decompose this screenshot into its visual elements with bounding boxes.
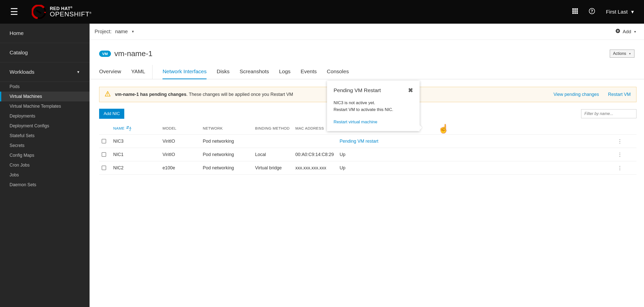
svg-rect-15 bbox=[107, 95, 108, 96]
user-menu[interactable]: First Last ▾ bbox=[606, 9, 634, 15]
close-icon[interactable]: ✖ bbox=[408, 87, 413, 94]
cell-binding: Virtual bridge bbox=[255, 165, 295, 171]
add-label: Add bbox=[623, 29, 631, 34]
row-checkbox[interactable] bbox=[102, 139, 106, 143]
cell-link-state: Up bbox=[340, 152, 616, 157]
openshift-logo-icon bbox=[32, 5, 46, 19]
table-row: NIC1 ViritIO Pod networking Local 00:A0:… bbox=[99, 148, 636, 161]
user-name: First Last bbox=[606, 9, 628, 15]
column-header-name[interactable]: Name ⇵AZ bbox=[113, 125, 163, 131]
resource-badge: VM bbox=[99, 51, 111, 57]
sidebar-item-pods[interactable]: Pods bbox=[0, 82, 90, 92]
tab-logs[interactable]: Logs bbox=[279, 65, 291, 79]
hamburger-menu-icon[interactable]: ☰ bbox=[10, 7, 18, 16]
column-label: Name bbox=[113, 126, 125, 130]
cell-name: NIC3 bbox=[113, 139, 163, 144]
main: Project: name ▼ Add ▼ VM vm-name-1 Actio… bbox=[90, 24, 644, 307]
cell-network: Pod networking bbox=[203, 139, 255, 144]
svg-rect-9 bbox=[574, 12, 576, 14]
cell-network: Pod networking bbox=[203, 165, 255, 171]
svg-text:?: ? bbox=[591, 9, 593, 13]
tabs: OverviewYAMLNetwork InterfacesDisksScrea… bbox=[90, 65, 644, 79]
actions-label: Actions bbox=[613, 51, 626, 56]
kebab-menu-icon[interactable]: ⋮ bbox=[617, 165, 622, 171]
row-checkbox[interactable] bbox=[102, 152, 106, 157]
masthead: ☰ RED HAT® OPENSHIFT® ? First Last ▾ bbox=[0, 0, 644, 24]
restart-vm-popover-link[interactable]: Restart virtual machine bbox=[334, 120, 413, 125]
pending-restart-link[interactable]: Pending VM restart bbox=[340, 139, 378, 144]
sidebar-item-stateful-sets[interactable]: Stateful Sets bbox=[0, 131, 90, 141]
svg-rect-5 bbox=[572, 10, 574, 12]
svg-rect-6 bbox=[574, 10, 576, 12]
help-icon[interactable]: ? bbox=[589, 8, 595, 16]
brand-line2: OPENSHIFT bbox=[50, 10, 90, 18]
actions-dropdown[interactable]: Actions ▼ bbox=[610, 50, 634, 58]
plus-circle-icon bbox=[616, 29, 620, 34]
kebab-menu-icon[interactable]: ⋮ bbox=[617, 152, 622, 157]
table-row: NIC3 ViritIO Pod networking Pending VM r… bbox=[99, 134, 636, 148]
chevron-down-icon[interactable]: ▼ bbox=[131, 30, 135, 33]
alert-title: vm-name-1 has pending changes bbox=[115, 92, 186, 97]
sidebar-item-catalog[interactable]: Catalog bbox=[0, 43, 90, 62]
row-checkbox[interactable] bbox=[102, 166, 106, 170]
sidebar-item-deployments[interactable]: Deployments bbox=[0, 111, 90, 121]
tab-events[interactable]: Events bbox=[301, 65, 317, 79]
chevron-down-icon: ▼ bbox=[76, 70, 80, 74]
cell-binding: Local bbox=[255, 152, 295, 157]
svg-rect-3 bbox=[574, 8, 576, 10]
project-dropdown[interactable]: name bbox=[115, 29, 128, 34]
cell-network: Pod networking bbox=[203, 152, 255, 157]
sidebar-item-virtual-machines[interactable]: Virtual Machines bbox=[0, 92, 90, 101]
cell-name: NIC1 bbox=[113, 152, 163, 157]
table-row: NIC2 e100e Pod networking Virtual bridge… bbox=[99, 161, 636, 175]
tab-overview[interactable]: Overview bbox=[99, 65, 121, 79]
cell-mac: xxx.xxx.xxx.xxx bbox=[295, 165, 340, 171]
cell-model: ViritIO bbox=[163, 139, 203, 144]
tab-content: vm-name-1 has pending changes. These cha… bbox=[90, 79, 644, 185]
cell-model: ViritIO bbox=[163, 152, 203, 157]
svg-rect-10 bbox=[576, 12, 578, 14]
chevron-down-icon: ▼ bbox=[634, 30, 636, 33]
sidebar-item-deployment-configs[interactable]: Deployment Configs bbox=[0, 121, 90, 131]
sidebar-item-home[interactable]: Home bbox=[0, 24, 90, 43]
page-title: vm-name-1 bbox=[114, 49, 153, 58]
tab-disks[interactable]: Disks bbox=[217, 65, 229, 79]
tab-yaml[interactable]: YAML bbox=[131, 65, 153, 79]
sidebar-item-label: Home bbox=[10, 30, 24, 36]
sidebar-item-workloads[interactable]: Workloads ▼ bbox=[0, 62, 90, 82]
brand[interactable]: RED HAT® OPENSHIFT® bbox=[32, 5, 92, 19]
tab-screanshots[interactable]: Screanshots bbox=[240, 65, 269, 79]
view-pending-changes-link[interactable]: View pending changes bbox=[553, 92, 599, 97]
cell-mac: 00:A0:C9:14:C8:29 bbox=[295, 152, 340, 157]
sidebar-item-daemon-sets[interactable]: Daemon Sets bbox=[0, 180, 90, 190]
sidebar-item-label: Catalog bbox=[10, 50, 28, 56]
popover-body: Restart VM to activate this NIC. bbox=[334, 106, 413, 113]
sidebar-item-label: Workloads bbox=[10, 69, 34, 75]
add-nic-button[interactable]: Add NIC bbox=[99, 109, 124, 119]
cell-model: e100e bbox=[163, 165, 203, 171]
sidebar-item-config-maps[interactable]: Config Maps bbox=[0, 150, 90, 160]
cell-link-state: Pending VM restart bbox=[340, 139, 616, 144]
tab-network-interfaces[interactable]: Network Interfaces bbox=[163, 65, 207, 79]
add-dropdown[interactable]: Add ▼ bbox=[616, 29, 636, 34]
restart-vm-link[interactable]: Restart VM bbox=[608, 92, 631, 97]
column-header-model[interactable]: Model bbox=[163, 126, 203, 130]
sidebar-item-cron-jobs[interactable]: Cron Jobs bbox=[0, 160, 90, 170]
pending-restart-popover: Pending VM Restart ✖ NIC3 is not active … bbox=[327, 81, 420, 131]
warning-icon bbox=[105, 91, 110, 98]
alert-message: . These changes will be applied once you… bbox=[186, 92, 293, 97]
svg-rect-8 bbox=[572, 12, 574, 14]
column-header-network[interactable]: Network bbox=[203, 126, 255, 130]
kebab-menu-icon[interactable]: ⋮ bbox=[617, 138, 622, 144]
column-header-binding[interactable]: Binding method bbox=[255, 126, 295, 130]
sidebar-item-jobs[interactable]: Jobs bbox=[0, 170, 90, 180]
filter-input[interactable] bbox=[581, 109, 636, 118]
app-launcher-icon[interactable] bbox=[572, 8, 578, 15]
sidebar-item-secrets[interactable]: Secrets bbox=[0, 141, 90, 150]
tab-consoles[interactable]: Consoles bbox=[327, 65, 349, 79]
svg-rect-4 bbox=[576, 8, 578, 10]
sidebar-item-virtual-machine-templates[interactable]: Virtual Machine Templates bbox=[0, 101, 90, 111]
popover-title: Pending VM Restart bbox=[334, 87, 381, 93]
chevron-down-icon: ▾ bbox=[631, 9, 634, 15]
project-value: name bbox=[115, 29, 128, 34]
